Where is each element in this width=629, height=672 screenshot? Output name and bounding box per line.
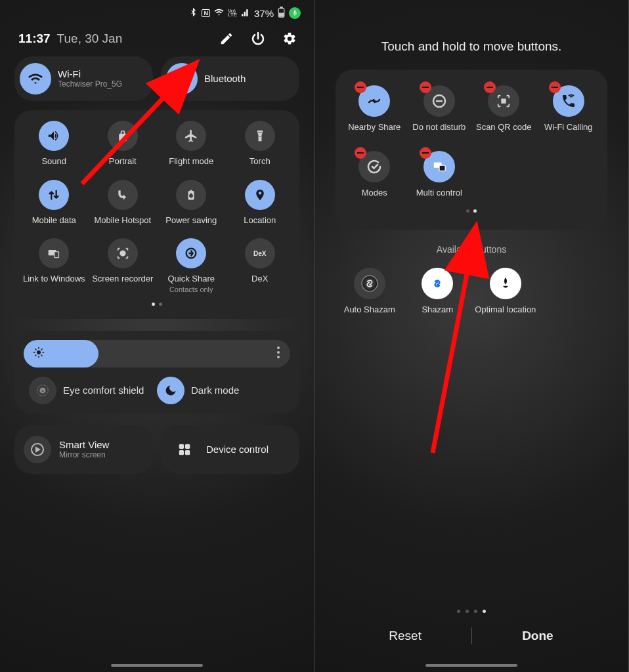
brightness-slider[interactable] [24, 340, 290, 368]
modes-tile[interactable]: Modes [342, 151, 407, 198]
status-bar: N Vo)LTE 37% [0, 0, 314, 24]
mobile-hotspot-tile[interactable]: Mobile Hotspot [89, 180, 158, 226]
dex-icon: DeX [245, 238, 275, 268]
svg-rect-17 [179, 450, 184, 455]
nearby-share-tile[interactable]: Nearby Share [342, 85, 407, 133]
nfc-status-icon: N [202, 9, 210, 17]
auto-shazam-tile[interactable]: Auto Shazam [336, 268, 404, 315]
power-saving-tile[interactable]: Power saving [157, 180, 226, 226]
svg-rect-25 [439, 165, 445, 171]
svg-point-8 [277, 346, 280, 349]
remove-badge-icon[interactable] [420, 81, 431, 93]
wifi-calling-tile[interactable]: Wi-Fi Calling [536, 85, 601, 133]
remove-badge-icon[interactable] [420, 147, 431, 159]
eye-comfort-toggle[interactable]: A Eye comfort shield [29, 377, 157, 404]
settings-gear-icon[interactable] [281, 30, 298, 47]
wifi-calling-icon [553, 85, 584, 117]
wifi-subtitle: Techwiser Pro_5G [58, 80, 122, 89]
location-tile[interactable]: Location [226, 180, 295, 226]
modes-icon [358, 151, 390, 182]
device-control-icon [171, 436, 198, 463]
screen-recorder-tile[interactable]: Screen recorder [89, 238, 158, 293]
remove-badge-icon[interactable] [355, 147, 366, 159]
shazam-tile[interactable]: Shazam [404, 268, 472, 315]
nav-handle[interactable] [425, 664, 517, 667]
device-control-tile[interactable]: Device control [162, 425, 299, 474]
bluetooth-icon [166, 63, 198, 94]
airplane-icon [176, 121, 206, 151]
multi-control-icon [423, 151, 455, 182]
battery-percentage: 37% [254, 8, 274, 19]
edit-instructions: Touch and hold to move buttons. [314, 0, 628, 70]
sound-tile[interactable]: Sound [20, 121, 89, 167]
location-pin-icon [245, 180, 275, 210]
screen-record-icon [108, 238, 138, 268]
dex-tile[interactable]: DeX DeX [226, 238, 295, 293]
eye-comfort-icon: A [29, 377, 56, 404]
mobile-data-icon [39, 180, 69, 210]
qr-icon [488, 85, 519, 117]
nearby-share-icon [358, 85, 390, 117]
svg-point-5 [120, 251, 125, 256]
page-indicator [20, 303, 294, 306]
quick-share-tile[interactable]: Quick Share Contacts only [157, 238, 226, 293]
svg-rect-4 [54, 252, 59, 258]
available-buttons-label: Available buttons [314, 244, 628, 255]
brightness-sun-icon [33, 346, 45, 361]
optimal-location-tile[interactable]: Optimal location [471, 268, 540, 315]
optimal-location-icon [490, 268, 521, 299]
done-button[interactable]: Done [472, 622, 604, 650]
brightness-card: A Eye comfort shield Dark mode [14, 331, 299, 413]
scan-qr-tile[interactable]: Scan QR code [471, 85, 536, 133]
dnd-icon [423, 85, 455, 117]
remove-badge-icon[interactable] [355, 81, 366, 93]
power-icon[interactable] [249, 30, 267, 47]
qs-header: 11:37 Tue, 30 Jan [0, 24, 314, 56]
svg-text:A: A [41, 389, 44, 393]
sound-icon [39, 121, 69, 151]
hotspot-icon [108, 180, 138, 210]
available-page-indicator [314, 610, 628, 613]
shazam-icon [422, 268, 453, 299]
dnd-tile[interactable]: Do not disturb [407, 85, 472, 133]
edit-quick-settings-panel: Touch and hold to move buttons. Nearby S… [314, 0, 629, 672]
multi-control-tile[interactable]: Multi control [407, 151, 472, 198]
torch-tile[interactable]: Torch [226, 121, 295, 167]
svg-rect-23 [502, 99, 506, 103]
svg-line-29 [433, 230, 475, 453]
clock-time: 11:37 [18, 32, 51, 46]
battery-leaf-icon [176, 180, 206, 210]
mobile-data-tile[interactable]: Mobile data [20, 180, 89, 226]
svg-point-10 [277, 356, 280, 358]
battery-icon [278, 7, 285, 20]
remove-badge-icon[interactable] [549, 81, 561, 93]
svg-rect-2 [280, 13, 284, 16]
bluetooth-status-icon [189, 8, 198, 18]
reset-button[interactable]: Reset [339, 622, 471, 650]
svg-rect-16 [185, 444, 190, 449]
wifi-tile[interactable]: Wi-Fi Techwiser Pro_5G [14, 56, 153, 101]
smart-view-tile[interactable]: Smart View Mirror screen [14, 425, 152, 474]
link-to-windows-tile[interactable]: Link to Windows [20, 238, 89, 293]
wifi-title: Wi-Fi [58, 68, 122, 79]
smart-view-icon [24, 436, 51, 463]
active-page-indicator [342, 209, 601, 213]
bluetooth-tile[interactable]: Bluetooth [161, 56, 299, 101]
brightness-more-icon[interactable] [277, 346, 280, 361]
dark-mode-toggle[interactable]: Dark mode [157, 377, 285, 404]
edit-icon[interactable] [218, 30, 235, 47]
svg-rect-18 [185, 450, 190, 455]
qs-tile-card: Sound Portrait Flight mode Torch [14, 110, 299, 319]
microphone-indicator [289, 7, 301, 19]
remove-badge-icon[interactable] [484, 81, 496, 93]
flashlight-icon [245, 121, 275, 151]
link-windows-icon [39, 238, 69, 268]
active-buttons-card: Nearby Share Do not disturb Scan QR code [336, 70, 607, 230]
flight-mode-tile[interactable]: Flight mode [157, 121, 226, 167]
nav-handle[interactable] [111, 664, 203, 667]
moon-icon [157, 377, 184, 404]
svg-point-7 [37, 350, 41, 354]
svg-rect-1 [280, 7, 282, 9]
auto-shazam-icon [354, 268, 385, 299]
portrait-tile[interactable]: Portrait [89, 121, 158, 167]
